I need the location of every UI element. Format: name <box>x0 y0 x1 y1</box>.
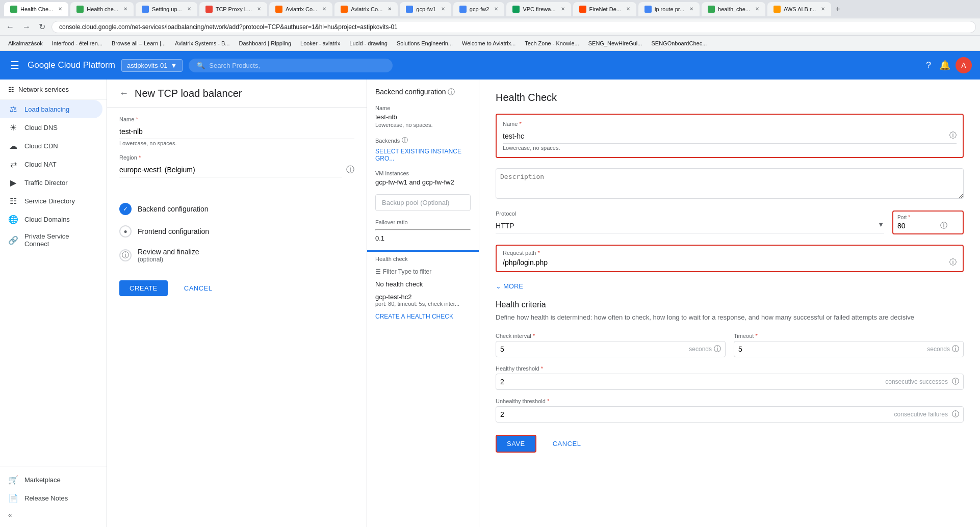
tab-close-setting[interactable]: ✕ <box>187 6 191 12</box>
tab-close-health2[interactable]: ✕ <box>123 6 127 12</box>
hc-item-gcp-test[interactable]: gcp-test-hc2 port: 80, timeout: 5s, chec… <box>375 291 471 309</box>
tab-close-tcp[interactable]: ✕ <box>257 6 261 12</box>
tab-health1[interactable]: Health Che... ✕ <box>4 2 68 16</box>
tab-close-fire[interactable]: ✕ <box>626 6 630 12</box>
tab-health2[interactable]: Health che... ✕ <box>70 2 134 16</box>
timeout-input[interactable] <box>738 345 925 353</box>
project-selector[interactable]: astipkovits-01 ▼ <box>121 59 183 72</box>
bookmark-looker[interactable]: Looker - aviatrix <box>296 39 344 48</box>
step-backend[interactable]: ✓ Backend configuration <box>119 198 354 220</box>
bookmark-seng-new[interactable]: SENG_NewHireGui... <box>584 39 647 48</box>
check-interval-input[interactable] <box>500 345 687 353</box>
hamburger-menu[interactable]: ☰ <box>8 57 21 73</box>
step-icon-backend: ✓ <box>119 203 132 215</box>
port-help-icon[interactable]: ⓘ <box>940 221 947 230</box>
tab-vpc[interactable]: VPC firewa... ✕ <box>506 2 571 16</box>
new-tab-button[interactable]: + <box>833 5 842 14</box>
hc-name-help-icon[interactable]: ⓘ <box>949 131 957 140</box>
sidebar-item-traffic-director[interactable]: ▶ Traffic Director <box>0 173 102 192</box>
tab-aviatrix1[interactable]: Aviatrix Co... ✕ <box>269 2 332 16</box>
backends-help-icon: ⓘ <box>402 136 408 145</box>
unhealthy-threshold-input[interactable] <box>500 410 723 418</box>
tab-close-health1[interactable]: ✕ <box>58 6 62 12</box>
healthy-threshold-input[interactable] <box>500 378 723 386</box>
hc-name-input[interactable] <box>503 129 957 144</box>
port-input[interactable] <box>897 222 938 230</box>
tab-close-gcp1[interactable]: ✕ <box>441 6 445 12</box>
tab-label-ip: ip route pr... <box>655 6 684 12</box>
hc-option-no-check[interactable]: No health check <box>375 277 471 291</box>
tab-gcp2[interactable]: gcp-fw2 ✕ <box>453 2 505 16</box>
sidebar-item-cloud-nat[interactable]: ⇄ Cloud NAT <box>0 155 102 173</box>
bookmark-aviatrix[interactable]: Aviatrix Systems - B... <box>171 39 234 48</box>
search-bar[interactable]: 🔍 <box>189 59 393 72</box>
panel-title: New TCP load balancer <box>135 88 242 99</box>
back-button[interactable]: ← <box>4 20 16 34</box>
tab-gcp1[interactable]: gcp-fw1 ✕ <box>400 2 451 16</box>
healthy-threshold-help-icon[interactable]: ⓘ <box>952 377 959 386</box>
sidebar-item-marketplace[interactable]: 🛒 Marketplace <box>0 470 102 489</box>
bookmark-browse[interactable]: Browse all – Learn |... <box>108 39 170 48</box>
avatar[interactable]: A <box>956 57 972 73</box>
create-health-check-link[interactable]: CREATE A HEALTH CHECK <box>375 309 471 324</box>
tab-ip[interactable]: ip route pr... ✕ <box>638 2 700 16</box>
forward-button[interactable]: → <box>20 20 33 34</box>
tab-close-aviatrix2[interactable]: ✕ <box>388 6 392 12</box>
backup-pool-input[interactable]: Backup pool (Optional) <box>375 194 471 211</box>
tab-close-aviatrix1[interactable]: ✕ <box>322 6 326 12</box>
tab-tcp[interactable]: TCP Proxy L... ✕ <box>199 2 267 16</box>
tab-close-vpc[interactable]: ✕ <box>561 6 565 12</box>
save-button[interactable]: SAVE <box>496 435 536 453</box>
bookmark-lucid[interactable]: Lucid - drawing <box>345 39 392 48</box>
search-input[interactable] <box>209 62 384 69</box>
create-button[interactable]: CREATE <box>119 280 168 296</box>
step-review[interactable]: ⓘ Review and finalize (optional) <box>119 243 354 268</box>
sidebar-item-private-service-connect[interactable]: 🔗 Private Service Connect <box>0 228 102 252</box>
url-bar[interactable]: console.cloud.google.com/net-services/lo… <box>51 21 976 33</box>
protocol-select[interactable]: HTTP <box>496 219 884 233</box>
more-link[interactable]: ⌄ MORE <box>496 282 964 290</box>
cancel-button[interactable]: CANCEL <box>174 280 223 296</box>
tab-close-aws[interactable]: ✕ <box>821 6 825 12</box>
region-select[interactable]: europe-west1 (Belgium) <box>119 163 342 177</box>
unhealthy-threshold-help-icon[interactable]: ⓘ <box>952 410 959 419</box>
request-path-input[interactable] <box>503 258 949 267</box>
tab-fire[interactable]: FireNet De... ✕ <box>573 2 636 16</box>
sidebar-collapse-button[interactable]: « <box>0 507 107 523</box>
sidebar-item-service-directory[interactable]: ☷ Service Directory <box>0 192 102 210</box>
select-existing-link[interactable]: SELECT EXISTING INSTANCE GRO... <box>375 148 471 162</box>
notifications-icon[interactable]: 🔔 <box>936 57 953 74</box>
sidebar: ☷ Network services ⚖ Load balancing ☀ Cl… <box>0 80 107 527</box>
timeout-help-icon[interactable]: ⓘ <box>952 345 959 354</box>
tab-close-ip[interactable]: ✕ <box>689 6 693 12</box>
hc-name-input-wrapper: ⓘ <box>503 129 957 144</box>
sidebar-item-cloud-domains[interactable]: 🌐 Cloud Domains <box>0 210 102 228</box>
help-icon[interactable]: ? <box>923 57 934 74</box>
sidebar-item-cloud-dns[interactable]: ☀ Cloud DNS <box>0 118 102 137</box>
dialog-cancel-button[interactable]: CANCEL <box>543 436 591 452</box>
request-path-help-icon[interactable]: ⓘ <box>949 258 957 267</box>
sidebar-item-cloud-cdn[interactable]: ☁ Cloud CDN <box>0 137 102 155</box>
step-frontend[interactable]: ● Frontend configuration <box>119 220 354 243</box>
refresh-button[interactable]: ↻ <box>37 20 47 34</box>
check-interval-help-icon[interactable]: ⓘ <box>714 345 721 354</box>
bookmark-interfood[interactable]: Interfood - étel ren... <box>48 39 107 48</box>
tab-setting[interactable]: Setting up... ✕ <box>136 2 197 16</box>
sidebar-item-release-notes[interactable]: 📄 Release Notes <box>0 489 102 507</box>
bookmark-welcome[interactable]: Welcome to Aviatrix... <box>458 39 520 48</box>
bookmark-solutions[interactable]: Solutions Engineerin... <box>393 39 457 48</box>
back-button-panel[interactable]: ← <box>119 88 128 99</box>
tab-health3[interactable]: health_che... ✕ <box>702 2 765 16</box>
tab-close-health3[interactable]: ✕ <box>755 6 759 12</box>
bookmark-techzone[interactable]: Tech Zone - Knowle... <box>521 39 583 48</box>
tab-aviatrix2[interactable]: Aviatrix Co... ✕ <box>334 2 398 16</box>
tab-aws[interactable]: AWS ALB r... ✕ <box>767 2 831 16</box>
description-input[interactable] <box>496 168 964 199</box>
bookmark-alkalmazasok[interactable]: Alkalmazások <box>4 39 47 48</box>
tab-close-gcp2[interactable]: ✕ <box>494 6 498 12</box>
bookmark-seng-onboard[interactable]: SENGOnboardChec... <box>647 39 711 48</box>
sidebar-item-load-balancing[interactable]: ⚖ Load balancing <box>0 100 102 118</box>
name-input[interactable] <box>119 124 354 139</box>
sidebar-label-cloud-nat: Cloud NAT <box>24 161 57 168</box>
bookmark-dashboard[interactable]: Dashboard | Rippling <box>235 39 295 48</box>
